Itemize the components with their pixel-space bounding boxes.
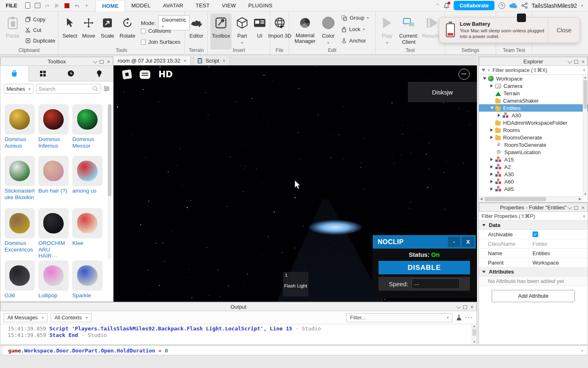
toolbox-close-icon[interactable]: × xyxy=(107,58,110,65)
tree-expand-icon[interactable] xyxy=(490,128,495,132)
tree-expand-icon[interactable] xyxy=(490,84,495,88)
search-options-icon[interactable] xyxy=(103,86,110,92)
new-file-icon[interactable] xyxy=(23,0,33,11)
tree-node-label[interactable]: Entities xyxy=(503,105,521,111)
tab-script-close-icon[interactable]: × xyxy=(223,58,225,64)
menubar-tab-model[interactable]: MODEL xyxy=(125,0,157,11)
collapse-ribbon-icon[interactable]: ⌃ xyxy=(435,3,439,9)
output-log-line[interactable]: 15:41:39.859 Stack End - Studio xyxy=(8,332,477,339)
tree-node-label[interactable]: A60 xyxy=(504,179,514,185)
toolbox-item-name[interactable]: Dominus Aureus xyxy=(4,136,35,149)
toolbox-item-name[interactable]: Bun hair (?) xyxy=(38,188,69,194)
menubar-tab-home[interactable]: HOME xyxy=(96,0,125,11)
property-value[interactable]: Folder xyxy=(529,239,588,248)
output-dock-icon[interactable] xyxy=(463,305,467,309)
quick-access-caret-icon[interactable]: ▾ xyxy=(82,0,91,11)
tree-expand-icon[interactable] xyxy=(490,187,495,191)
toolbox-item[interactable]: Sparkle xyxy=(72,260,102,299)
chat-icon[interactable] xyxy=(140,70,150,79)
menubar-tab-plugins[interactable]: PLUGINS xyxy=(242,0,278,11)
tree-node-label[interactable]: A30 xyxy=(512,112,521,119)
toolbox-item[interactable]: Lollipop xyxy=(38,260,69,299)
toolbox-item[interactable]: Dominus Aureus xyxy=(4,104,35,149)
notifications-bell-icon[interactable] xyxy=(443,2,450,9)
import-3d-button[interactable]: Import 3D xyxy=(270,15,289,39)
3d-viewport[interactable]: HD ••• Disksjw 1 Flash Light NOCLIP - X … xyxy=(114,65,477,302)
toolbox-item-thumbnail[interactable] xyxy=(4,260,35,291)
contexts-filter-dropdown[interactable]: All Contexts▾ xyxy=(51,313,91,322)
noclip-disable-button[interactable]: DISABLE xyxy=(379,261,470,274)
terrain-editor-button[interactable]: Editor xyxy=(187,15,206,39)
add-attribute-button[interactable]: Add Attribute xyxy=(492,290,575,302)
tab-script[interactable]: Script× xyxy=(193,56,229,65)
anchor-button[interactable]: Anchor xyxy=(341,38,366,44)
part-button[interactable]: Part ▾ xyxy=(233,15,251,45)
tree-expand-icon[interactable] xyxy=(498,114,503,117)
explorer-node-terrain[interactable]: Terrain xyxy=(479,90,588,97)
toolbox-category-dropdown[interactable]: Meshes▾ xyxy=(4,84,33,94)
toolbox-item-thumbnail[interactable] xyxy=(38,208,69,238)
open-file-icon[interactable] xyxy=(33,0,42,11)
more-options-icon[interactable]: ••• xyxy=(459,69,470,80)
toolbox-item-thumbnail[interactable] xyxy=(4,208,35,238)
undo-icon[interactable] xyxy=(72,0,82,11)
toolbox-item[interactable]: Klee xyxy=(72,208,102,247)
toolbox-search-input[interactable]: Search xyxy=(36,84,101,94)
user-menu-caret-icon[interactable]: ▾ xyxy=(581,3,583,8)
explorer-close-icon[interactable]: × xyxy=(581,58,585,65)
redo-icon[interactable] xyxy=(42,0,52,11)
tree-node-label[interactable]: A30 xyxy=(504,171,514,177)
toolbox-item[interactable]: Dominus Messor xyxy=(72,104,102,149)
messages-filter-dropdown[interactable]: All Messages▾ xyxy=(4,313,47,322)
toolbox-item-thumbnail[interactable] xyxy=(72,260,102,291)
share-icon[interactable] xyxy=(521,2,528,9)
noclip-close-button[interactable]: X xyxy=(462,237,474,247)
tab-room-close-icon[interactable]: × xyxy=(183,58,186,64)
notification-close-button[interactable]: Close xyxy=(548,18,579,43)
tree-expand-icon[interactable] xyxy=(490,136,495,139)
explorer-vertical-scrollbar[interactable]: ▲▼ xyxy=(583,75,587,196)
toolbox-button[interactable]: Toolbox xyxy=(210,13,232,49)
menubar-tab-test[interactable]: TEST xyxy=(189,0,216,11)
explorer-node-a30[interactable]: A30 xyxy=(479,112,588,119)
output-collapse-icon[interactable] xyxy=(457,304,461,309)
explorer-horizontal-scrollbar[interactable]: ◀▶ xyxy=(479,196,582,202)
group-button[interactable]: Group▾ xyxy=(341,15,369,21)
tree-node-label[interactable]: RoomsGenerate xyxy=(503,135,542,141)
toolbox-item-thumbnail[interactable] xyxy=(38,260,69,291)
archivable-checkbox[interactable]: ✓ xyxy=(532,231,538,237)
explorer-collapse-icon[interactable] xyxy=(568,59,572,63)
roblox-menu-icon[interactable] xyxy=(122,70,132,80)
cut-button[interactable]: Cut xyxy=(25,27,41,33)
toolbox-item-thumbnail[interactable] xyxy=(38,104,69,135)
tree-expand-icon[interactable] xyxy=(490,173,495,176)
tree-node-label[interactable]: A2 xyxy=(504,164,511,170)
output-log-line[interactable]: 15:41:39.859 Script 'Players.TailsSlashM… xyxy=(8,325,477,332)
menubar-tab-view[interactable]: VIEW xyxy=(216,0,242,11)
toolbox-item-thumbnail[interactable] xyxy=(4,104,35,135)
toolbox-item[interactable]: OROCHIMARU HAIR··· xyxy=(38,208,69,259)
toolbox-item-thumbnail[interactable] xyxy=(72,104,102,135)
tree-expand-icon[interactable] xyxy=(490,180,495,183)
tree-expand-icon[interactable] xyxy=(490,165,495,168)
tree-node-label[interactable]: Terrain xyxy=(503,90,520,96)
paste-button[interactable]: Paste xyxy=(3,15,22,39)
toolbox-item-name[interactable]: Klee xyxy=(72,240,102,247)
toolbox-item-thumbnail[interactable] xyxy=(38,156,69,186)
help-icon[interactable]: ? xyxy=(499,2,505,9)
material-manager-button[interactable]: Material Manager xyxy=(292,15,318,45)
toolbox-dock-icon[interactable] xyxy=(100,60,104,64)
toolbox-item-name[interactable]: Dominus Infernus xyxy=(38,136,69,149)
toolbox-tab-recent[interactable] xyxy=(57,66,85,81)
tab-room[interactable]: room @ 07 Jul 2023 15:32× xyxy=(114,56,191,65)
section-data[interactable]: Data xyxy=(479,221,588,230)
lock-button[interactable]: Lock▾ xyxy=(341,26,365,32)
tree-expand-icon[interactable] xyxy=(483,77,488,80)
tree-node-label[interactable]: RoomToGenerate xyxy=(504,142,546,148)
tree-node-label[interactable]: A85 xyxy=(504,186,514,192)
copy-button[interactable]: Copy xyxy=(25,16,45,22)
tree-node-label[interactable]: HDAdminWorkspaceFolder xyxy=(503,120,567,126)
toolbox-tab-inventory[interactable] xyxy=(29,66,57,81)
tree-node-label[interactable]: CameraShaker xyxy=(503,98,539,104)
properties-collapse-icon[interactable] xyxy=(568,205,572,209)
